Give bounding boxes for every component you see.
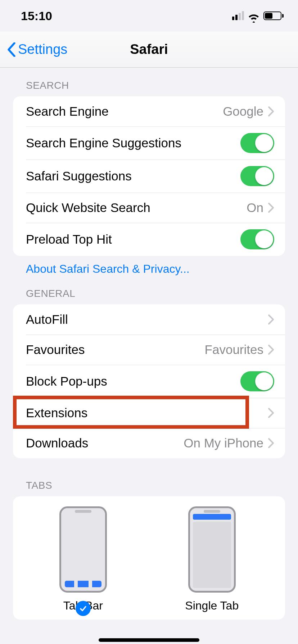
status-time: 15:10: [21, 9, 52, 23]
phone-mock-tabbar-icon: [59, 506, 107, 593]
row-label: Preload Top Hit: [26, 232, 240, 247]
group-search: Search Engine Google Search Engine Sugge…: [13, 96, 285, 256]
row-search-suggestions: Search Engine Suggestions: [13, 126, 285, 160]
status-icons: [232, 12, 284, 20]
back-button[interactable]: Settings: [0, 42, 67, 57]
back-label: Settings: [18, 42, 67, 57]
row-preload-top-hit: Preload Top Hit: [13, 223, 285, 256]
row-downloads[interactable]: Downloads On My iPhone: [13, 428, 285, 458]
status-bar: 15:10: [0, 0, 298, 32]
row-extensions[interactable]: Extensions: [13, 398, 285, 428]
chevron-left-icon: [6, 42, 16, 57]
wifi-icon: [248, 12, 260, 20]
section-header-search: SEARCH: [0, 68, 298, 96]
tabs-layout-row: Tab Bar Single Tab: [13, 496, 285, 620]
row-block-popups: Block Pop-ups: [13, 365, 285, 398]
tab-option-singletab[interactable]: Single Tab: [185, 506, 239, 612]
row-label: Search Engine: [26, 104, 223, 119]
link-about-search-privacy[interactable]: About Safari Search & Privacy...: [0, 256, 298, 276]
row-value: On My iPhone: [184, 436, 263, 450]
tab-option-tabbar[interactable]: Tab Bar: [59, 506, 107, 612]
row-label: Search Engine Suggestions: [26, 136, 240, 150]
section-header-tabs: TABS: [0, 458, 298, 496]
row-value: Favourites: [205, 342, 263, 357]
chevron-right-icon: [268, 314, 274, 325]
toggle-block-popups[interactable]: [240, 371, 274, 391]
toggle-search-suggestions[interactable]: [240, 133, 274, 153]
toggle-safari-suggestions[interactable]: [240, 166, 274, 186]
home-indicator[interactable]: [99, 638, 199, 642]
row-label: AutoFill: [26, 312, 268, 327]
row-label: Downloads: [26, 436, 184, 450]
chevron-right-icon: [268, 106, 274, 117]
row-autofill[interactable]: AutoFill: [13, 304, 285, 335]
group-tabs: Tab Bar Single Tab: [13, 496, 285, 620]
battery-icon: [263, 12, 284, 20]
row-label: Safari Suggestions: [26, 169, 240, 183]
cellular-signal-icon: [232, 12, 244, 20]
row-label: Extensions: [26, 406, 268, 420]
chevron-right-icon: [268, 202, 274, 213]
row-search-engine[interactable]: Search Engine Google: [13, 96, 285, 126]
row-label: Quick Website Search: [26, 201, 247, 215]
row-value: On: [247, 201, 263, 215]
chevron-right-icon: [268, 408, 274, 418]
toggle-preload-top-hit[interactable]: [240, 229, 274, 249]
row-label: Block Pop-ups: [26, 374, 240, 388]
section-header-general: GENERAL: [0, 276, 298, 304]
tab-option-label: Single Tab: [185, 599, 239, 612]
row-label: Favourites: [26, 342, 205, 357]
row-favourites[interactable]: Favourites Favourites: [13, 335, 285, 365]
row-quick-website-search[interactable]: Quick Website Search On: [13, 193, 285, 223]
chevron-right-icon: [268, 344, 274, 355]
checkmark-icon: [76, 601, 91, 616]
nav-bar: Settings Safari: [0, 32, 298, 68]
group-general: AutoFill Favourites Favourites Block Pop…: [13, 304, 285, 458]
row-safari-suggestions: Safari Suggestions: [13, 160, 285, 193]
phone-mock-singletab-icon: [188, 506, 236, 593]
row-value: Google: [223, 104, 263, 119]
chevron-right-icon: [268, 438, 274, 448]
